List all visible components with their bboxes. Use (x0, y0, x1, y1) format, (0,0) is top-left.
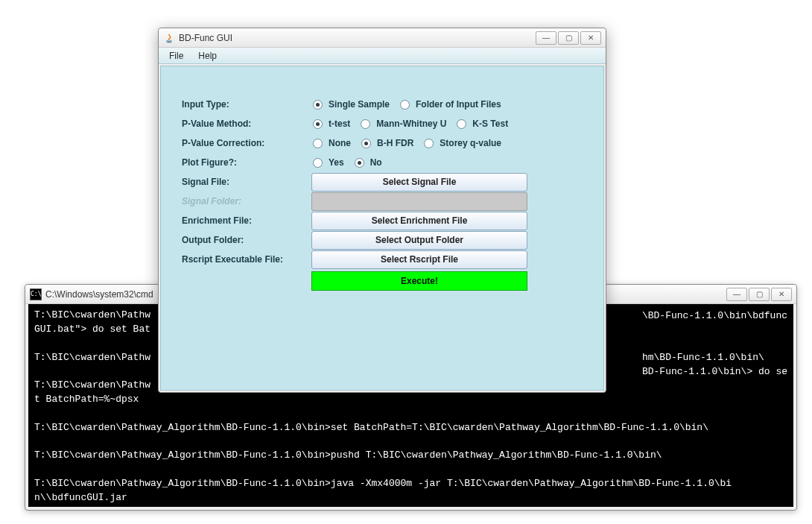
opt-yes[interactable]: Yes (329, 157, 344, 168)
cmd-output-right-fragment: \BD-Func-1.1.0\bin\bdfunc hm\BD-Func-1.1… (642, 309, 787, 379)
opt-mann-whitney[interactable]: Mann-Whitney U (376, 119, 446, 129)
label-rscript-file: Rscript Executable File: (182, 254, 311, 265)
opt-bh-fdr[interactable]: B-H FDR (377, 138, 413, 148)
menubar: File Help (159, 48, 606, 64)
radio-ttest[interactable] (313, 119, 323, 129)
gui-title: BD-Func GUI (179, 33, 536, 43)
close-button[interactable]: ✕ (771, 288, 792, 301)
radio-mann-whitney[interactable] (361, 119, 370, 129)
signal-folder-disabled (311, 192, 527, 211)
opt-single-sample[interactable]: Single Sample (329, 99, 390, 110)
radio-no[interactable] (355, 158, 364, 168)
radio-folder-input[interactable] (400, 100, 410, 110)
gui-window-controls: — ▢ ✕ (536, 31, 601, 45)
label-output-folder: Output Folder: (182, 235, 311, 245)
row-pval-method: P-Value Method: t-test Mann-Whitney U K-… (182, 114, 583, 133)
bdfunc-gui-window: BD-Func GUI — ▢ ✕ File Help Input Type: … (158, 28, 606, 393)
select-signal-file-button[interactable]: Select Signal File (311, 173, 527, 192)
row-execute: Execute! (182, 269, 583, 288)
minimize-button[interactable]: — (726, 288, 747, 301)
radio-single-sample[interactable] (313, 100, 323, 110)
label-plot-figure: Plot Figure?: (182, 157, 311, 168)
row-enrichment-file: Enrichment File: Select Enrichment File (182, 211, 583, 230)
label-input-type: Input Type: (182, 99, 311, 110)
maximize-button[interactable]: ▢ (558, 31, 579, 45)
opt-ttest[interactable]: t-test (329, 119, 350, 129)
execute-button[interactable]: Execute! (311, 271, 527, 291)
radio-storey[interactable] (424, 139, 434, 148)
select-output-folder-button[interactable]: Select Output Folder (311, 231, 527, 250)
opt-none[interactable]: None (329, 138, 351, 148)
maximize-button[interactable]: ▢ (749, 288, 770, 301)
close-button[interactable]: ✕ (580, 31, 601, 45)
select-rscript-file-button[interactable]: Select Rscript File (311, 250, 527, 269)
opt-folder-input[interactable]: Folder of Input Files (416, 99, 501, 110)
radio-none[interactable] (313, 139, 323, 148)
java-icon (163, 32, 175, 44)
radio-bh-fdr[interactable] (361, 139, 371, 148)
cmd-window-controls: — ▢ ✕ (726, 288, 792, 301)
row-input-type: Input Type: Single Sample Folder of Inpu… (182, 95, 583, 114)
gui-body: Input Type: Single Sample Folder of Inpu… (160, 66, 604, 391)
gui-titlebar[interactable]: BD-Func GUI — ▢ ✕ (159, 28, 606, 48)
menu-help[interactable]: Help (191, 49, 224, 63)
cmd-icon: C:\ (30, 288, 42, 300)
row-pval-correction: P-Value Correction: None B-H FDR Storey … (182, 133, 583, 153)
radio-yes[interactable] (313, 158, 323, 168)
label-signal-folder: Signal Folder: (182, 196, 311, 206)
label-pval-method: P-Value Method: (182, 119, 311, 129)
label-pval-correction: P-Value Correction: (182, 138, 311, 148)
opt-storey[interactable]: Storey q-value (440, 138, 501, 148)
minimize-button[interactable]: — (536, 31, 556, 45)
label-enrichment-file: Enrichment File: (182, 215, 311, 226)
select-enrichment-file-button[interactable]: Select Enrichment File (311, 212, 527, 230)
row-rscript-file: Rscript Executable File: Select Rscript … (182, 250, 583, 269)
menu-file[interactable]: File (162, 49, 191, 63)
opt-no[interactable]: No (370, 157, 382, 168)
label-signal-file: Signal File: (182, 177, 311, 187)
opt-ks-test[interactable]: K-S Test (472, 119, 508, 129)
row-signal-file: Signal File: Select Signal File (182, 172, 583, 192)
row-output-folder: Output Folder: Select Output Folder (182, 230, 583, 250)
row-signal-folder: Signal Folder: (182, 192, 583, 211)
radio-ks-test[interactable] (457, 119, 466, 129)
row-plot-figure: Plot Figure?: Yes No (182, 153, 583, 172)
